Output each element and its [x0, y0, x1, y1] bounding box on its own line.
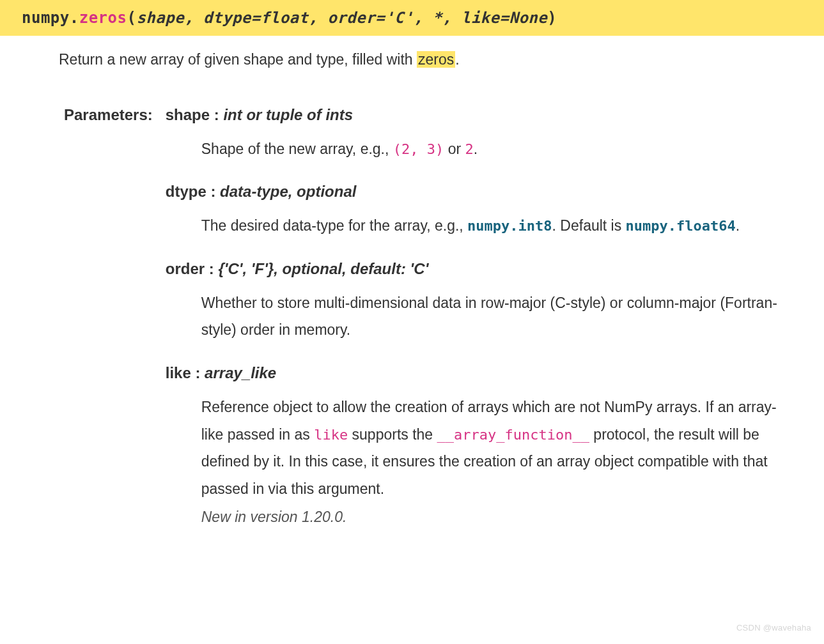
signature-open-paren: ( [127, 9, 136, 27]
param-shape-header: shape : int or tuple of ints [166, 106, 779, 124]
param-shape-code2: 2 [465, 141, 474, 157]
param-order: order : {'C', 'F'}, optional, default: '… [166, 260, 779, 344]
param-like-versionadded: New in version 1.20.0. [201, 503, 779, 531]
param-dtype-sep: : [206, 183, 220, 200]
param-like-desc-mid: supports the [348, 426, 437, 443]
signature-name: zeros [79, 9, 127, 27]
param-dtype-header: dtype : data-type, optional [166, 183, 779, 201]
param-dtype-desc: The desired data-type for the array, e.g… [166, 212, 779, 240]
param-order-header: order : {'C', 'F'}, optional, default: '… [166, 260, 779, 278]
param-dtype-desc-pre: The desired data-type for the array, e.g… [201, 217, 467, 234]
param-like-code2: __array_function__ [437, 427, 589, 443]
parameters-body: shape : int or tuple of ints Shape of th… [166, 106, 824, 551]
param-like-sep: : [191, 364, 205, 381]
function-description: Return a new array of given shape and ty… [0, 36, 824, 71]
param-order-name: order [166, 260, 205, 277]
param-like: like : array_like Reference object to al… [166, 364, 779, 531]
param-like-code1: like [314, 427, 348, 443]
param-shape-code1: (2, 3) [393, 141, 444, 157]
param-shape-desc-mid: or [444, 141, 465, 157]
param-shape-desc-post: . [474, 141, 478, 157]
param-dtype-name: dtype [166, 183, 206, 200]
param-shape-desc-pre: Shape of the new array, e.g., [201, 141, 393, 157]
param-shape-name: shape [166, 106, 210, 123]
signature-close-paren: ) [547, 9, 557, 27]
param-dtype-code2[interactable]: numpy.float64 [626, 218, 736, 234]
param-order-desc: Whether to store multi-dimensional data … [166, 289, 779, 344]
description-highlight: zeros [417, 51, 455, 68]
param-dtype-type: data-type, optional [220, 183, 356, 200]
param-shape-sep: : [210, 106, 223, 123]
param-dtype-desc-mid: . Default is [552, 217, 626, 234]
function-signature: numpy.zeros(shape, dtype=float, order='C… [0, 0, 824, 36]
param-like-desc: Reference object to allow the creation o… [166, 394, 779, 531]
param-shape-type: int or tuple of ints [223, 106, 353, 123]
parameters-label: Parameters: [64, 106, 166, 551]
param-order-sep: : [205, 260, 218, 277]
doc-container: numpy.zeros(shape, dtype=float, order='C… [0, 0, 824, 551]
signature-prename: numpy. [22, 9, 79, 27]
parameters-section: Parameters: shape : int or tuple of ints… [0, 71, 824, 551]
signature-params: shape, dtype=float, order='C', *, like=N… [136, 9, 547, 27]
param-shape-desc: Shape of the new array, e.g., (2, 3) or … [166, 135, 779, 163]
param-dtype-code1[interactable]: numpy.int8 [467, 218, 552, 234]
param-dtype: dtype : data-type, optional The desired … [166, 183, 779, 240]
param-dtype-desc-post: . [736, 217, 740, 234]
param-like-header: like : array_like [166, 364, 779, 382]
description-text-pre: Return a new array of given shape and ty… [59, 51, 417, 68]
param-shape: shape : int or tuple of ints Shape of th… [166, 106, 779, 163]
param-like-name: like [166, 364, 191, 381]
param-like-type: array_like [205, 364, 276, 381]
param-order-type: {'C', 'F'}, optional, default: 'C' [218, 260, 428, 277]
description-text-post: . [455, 51, 459, 68]
